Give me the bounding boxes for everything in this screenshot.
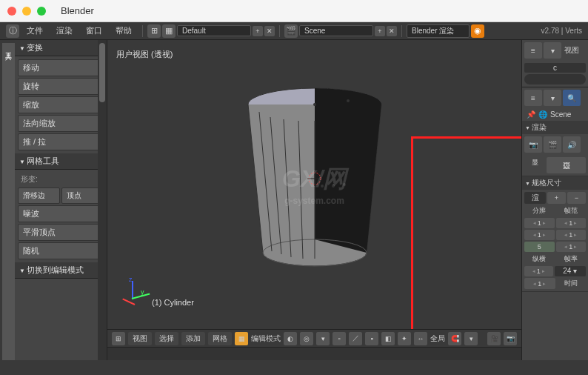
render-anim-icon[interactable]: 🎬 <box>544 136 561 153</box>
render-preset-selector[interactable]: 渲 <box>524 192 546 204</box>
info-editor-icon[interactable]: ⓘ <box>6 24 19 38</box>
snap-icon[interactable]: 🧲 <box>448 332 461 345</box>
maximize-window-button[interactable] <box>37 7 46 16</box>
render-engine-selector[interactable]: Blender 渲染 <box>407 24 470 38</box>
face-select-icon[interactable]: ▪ <box>365 332 378 345</box>
edit-mode-panel-header[interactable]: 切换到编辑模式 <box>15 262 107 279</box>
mode-icon[interactable]: ▦ <box>235 332 248 345</box>
n-panel-icon[interactable]: ≡ <box>524 42 542 59</box>
tab-create[interactable]: 创建 <box>0 43 2 360</box>
scene-add-button[interactable]: + <box>375 26 385 36</box>
display-label: 显 <box>524 157 545 173</box>
transform-panel-header[interactable]: 变换 <box>15 40 107 56</box>
scene-delete-button[interactable]: ✕ <box>387 26 397 36</box>
layout-selector[interactable]: Default <box>177 25 251 36</box>
render-preview-icon[interactable]: 🎥 <box>487 332 501 345</box>
svg-point-21 <box>343 183 346 186</box>
manipulator-icon[interactable]: ✦ <box>398 332 411 345</box>
axis-gizmo: z y <box>118 277 148 307</box>
menu-window[interactable]: 窗口 <box>80 24 108 38</box>
mode-selector[interactable]: 编辑模式 <box>251 333 281 344</box>
translate-gizmo-icon[interactable]: ↔ <box>414 332 427 345</box>
vh-menu-mesh[interactable]: 网格 <box>208 332 232 345</box>
screen-layout-icon[interactable]: ⊞ <box>147 24 161 38</box>
svg-point-17 <box>313 103 316 106</box>
rotate-button[interactable]: 旋转 <box>18 78 104 95</box>
framerate-label: 帧率 <box>556 253 587 265</box>
3d-viewport[interactable]: 用户视图 (透视) <box>107 40 521 329</box>
frame-range-label: 帧范 <box>556 205 587 216</box>
tab-tools[interactable]: 工具 <box>2 43 15 360</box>
dimensions-section-header[interactable]: 规格尺寸 <box>522 176 588 190</box>
scale-button[interactable]: 缩放 <box>18 96 104 113</box>
menu-help[interactable]: 帮助 <box>110 24 138 38</box>
aspect-x-field[interactable]: ◂1▸ <box>524 266 553 276</box>
viewport-header: ⊞ 视图 选择 添加 网格 ▦ 编辑模式 ◐ ◎ ▾ ▫ ／ ▪ ◧ ✦ ↔ 全… <box>107 329 521 347</box>
smooth-vertex-button[interactable]: 平滑顶点 <box>18 224 104 241</box>
aspect-label: 纵横 <box>524 253 555 265</box>
preset-remove-button[interactable]: − <box>567 192 586 204</box>
vert-select-icon[interactable]: ▫ <box>333 332 346 345</box>
snap-target-icon[interactable]: ▾ <box>464 332 478 345</box>
pivot-icon[interactable]: ◎ <box>300 332 313 345</box>
close-window-button[interactable] <box>7 7 16 16</box>
menu-file[interactable]: 文件 <box>21 24 49 38</box>
view-dropdown-icon[interactable]: ▾ <box>544 42 561 59</box>
render-image-icon[interactable]: 📷 <box>504 332 517 345</box>
frame-end-field[interactable]: ◂1▸ <box>556 230 587 240</box>
outliner-editor-icon[interactable]: ≡ <box>524 90 542 106</box>
timeline[interactable] <box>107 347 521 360</box>
random-button[interactable]: 随机 <box>18 242 104 259</box>
editor-type-icon[interactable]: ⊞ <box>112 332 125 345</box>
resolution-label: 分辨 <box>524 205 555 216</box>
layer-icon[interactable]: ▾ <box>316 332 330 345</box>
push-pull-button[interactable]: 推 / 拉 <box>18 133 104 150</box>
orientation-selector[interactable]: 全局 <box>430 333 445 344</box>
aspect-y-field[interactable]: ◂1▸ <box>524 278 555 289</box>
edge-slide-button[interactable]: 滑移边 <box>18 188 60 204</box>
frame-start-field[interactable]: ◂1▸ <box>556 218 587 228</box>
edge-select-icon[interactable]: ／ <box>349 332 362 345</box>
display-mode-icon[interactable]: 🖼 <box>547 157 586 173</box>
outliner-scene-row[interactable]: 📌 🌐 Scene <box>522 108 588 121</box>
frame-step-field[interactable]: ◂1▸ <box>556 242 587 252</box>
fps-field[interactable]: 24 ▾ <box>555 266 587 276</box>
layout-add-button[interactable]: + <box>253 26 263 36</box>
outliner-display-icon[interactable]: ▾ <box>544 90 561 106</box>
res-pct-field[interactable]: 5 <box>524 242 555 252</box>
menu-render[interactable]: 渲染 <box>50 24 78 38</box>
res-x-field[interactable]: ◂1▸ <box>524 218 555 228</box>
scene-selector[interactable]: Scene <box>299 25 373 36</box>
pin-icon[interactable]: 📌 <box>527 110 535 119</box>
svg-point-18 <box>347 99 350 102</box>
world-icon: 🌐 <box>538 110 547 119</box>
screen-browse-icon[interactable]: ▦ <box>162 24 176 38</box>
deform-label: 形变: <box>18 173 104 186</box>
mesh-tools-panel-header[interactable]: 网格工具 <box>15 153 107 170</box>
preset-add-button[interactable]: + <box>547 192 566 204</box>
view-slider[interactable]: c <box>524 63 586 73</box>
shading-sphere-icon[interactable]: ◐ <box>284 332 297 345</box>
vh-menu-select[interactable]: 选择 <box>155 332 178 345</box>
svg-point-20 <box>332 185 335 188</box>
scene-icon[interactable]: 🎬 <box>284 24 298 38</box>
active-object-label: (1) Cylinder <box>152 298 194 307</box>
outliner-filter-icon[interactable]: 🔍 <box>563 90 581 106</box>
zoom-slider[interactable] <box>524 74 586 84</box>
res-y-field[interactable]: ◂1▸ <box>524 230 555 240</box>
tool-shelf-scrollbar[interactable] <box>98 40 107 360</box>
annotation-highlight-box <box>411 136 521 329</box>
noise-button[interactable]: 噪波 <box>18 205 104 222</box>
layout-delete-button[interactable]: ✕ <box>264 26 275 36</box>
viewport-label: 用户视图 (透视) <box>116 49 173 60</box>
vh-menu-add[interactable]: 添加 <box>181 332 205 345</box>
vh-menu-view[interactable]: 视图 <box>128 332 152 345</box>
render-still-icon[interactable]: 📷 <box>524 136 542 153</box>
render-audio-icon[interactable]: 🔊 <box>563 136 581 153</box>
translate-button[interactable]: 移动 <box>18 59 104 76</box>
top-menubar: ⓘ 文件 渲染 窗口 帮助 ⊞ ▦ Default + ✕ 🎬 Scene + … <box>0 22 588 40</box>
normal-scale-button[interactable]: 法向缩放 <box>18 115 104 132</box>
limit-selection-icon[interactable]: ◧ <box>381 332 395 345</box>
minimize-window-button[interactable] <box>22 7 31 16</box>
render-section-header[interactable]: 渲染 <box>522 121 588 134</box>
